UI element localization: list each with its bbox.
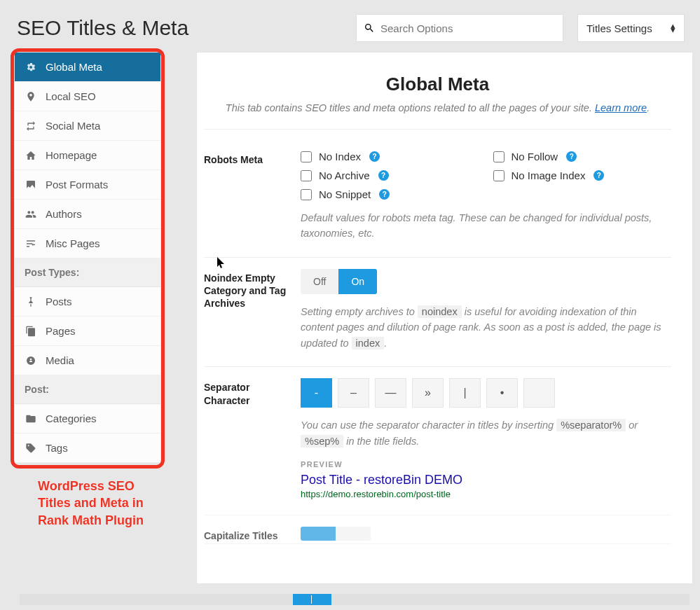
media-icon [25,355,37,366]
sidebar-item-homepage[interactable]: Homepage [15,141,160,170]
checkbox-noimageindex[interactable]: No Image Index ? [493,169,672,181]
pushpin-icon [25,296,37,307]
search-box[interactable] [356,14,563,42]
robots-description: Default values for robots meta tag. Thes… [301,210,671,242]
checkbox-input[interactable] [301,189,312,200]
separator-option[interactable]: - [301,378,332,408]
home-icon [25,150,37,161]
folder-icon [25,413,37,424]
help-icon[interactable]: ? [566,151,577,162]
scrollbar-thumb[interactable] [293,594,331,605]
search-icon [364,22,375,34]
cursor-icon [217,256,226,269]
separator-option[interactable]: • [486,378,518,408]
sidebar-item-posts[interactable]: Posts [15,287,160,317]
sidebar-item-label: Media [46,354,74,366]
sidebar-item-label: Homepage [46,149,97,161]
capitalize-toggle[interactable] [301,527,371,541]
sidebar-item-label: Tags [46,442,68,454]
sidebar-item-label: Social Meta [46,120,100,132]
main-panel: Global Meta This tab contains SEO titles… [196,52,693,584]
separator-options: - – — » | • [301,378,671,408]
checkbox-input[interactable] [493,151,505,162]
preview-url: https://demo.restorebin.com/post-title [301,489,671,499]
search-input[interactable] [380,22,556,34]
checkbox-nosnippet[interactable]: No Snippet ? [301,188,479,200]
checkbox-noarchive[interactable]: No Archive ? [301,169,479,181]
page-title: SEO Titles & Meta [17,16,342,40]
scrollbar-tick [311,595,312,604]
sidebar-item-label: Pages [46,325,76,337]
horizontal-scrollbar[interactable] [20,594,689,605]
capitalize-label: Capitalize Titles [204,527,294,543]
noindex-toggle[interactable]: Off On [301,269,377,294]
pin-icon [25,91,37,102]
sidebar-item-media[interactable]: Media [15,346,160,375]
annotation-caption: WordPress SEO Titles and Meta in Rank Ma… [14,464,177,529]
checkbox-input[interactable] [301,170,312,181]
help-icon[interactable]: ? [379,189,390,200]
help-icon[interactable]: ? [369,151,380,162]
copy-icon [25,326,37,337]
separator-option[interactable] [523,378,555,408]
preview-title: Post Title - restoreBin DEMO [301,473,671,487]
checkbox-noindex[interactable]: No Index ? [301,151,479,162]
help-icon[interactable]: ? [593,170,604,181]
learn-more-link[interactable]: Learn more [595,102,647,113]
separator-option[interactable]: – [338,378,369,408]
noindex-description: Setting empty archives to noindex is use… [301,304,671,351]
sidebar-item-global-meta[interactable]: Global Meta [15,53,160,82]
separator-option[interactable]: » [412,378,444,408]
sidebar-item-pages[interactable]: Pages [15,317,160,346]
sidebar: Global Meta Local SEO Social Meta Homepa… [14,52,161,464]
sidebar-item-social-meta[interactable]: Social Meta [15,111,160,141]
sidebar-item-label: Categories [46,413,97,424]
separator-label: Separator Character [204,378,294,499]
help-icon[interactable]: ? [378,170,389,181]
preview-label: PREVIEW [301,460,671,469]
image-icon [25,179,37,190]
sidebar-item-label: Posts [46,296,72,307]
sidebar-item-tags[interactable]: Tags [15,434,160,463]
sidebar-item-local-seo[interactable]: Local SEO [15,82,160,111]
titles-settings-dropdown[interactable]: Titles Settings ▴▾ [577,14,685,42]
sidebar-item-label: Global Meta [46,61,102,73]
toggle-off[interactable]: Off [301,269,338,294]
sidebar-item-label: Authors [46,208,82,220]
checkbox-input[interactable] [301,151,312,162]
sidebar-item-post-formats[interactable]: Post Formats [15,170,160,200]
users-icon [25,209,37,220]
dropdown-label: Titles Settings [586,22,652,34]
main-subtitle: This tab contains SEO titles and meta op… [204,102,671,113]
updown-icon: ▴▾ [671,24,675,33]
separator-option[interactable]: — [375,378,406,408]
sidebar-item-label: Post Formats [46,179,108,190]
sidebar-item-misc-pages[interactable]: Misc Pages [15,229,160,258]
retweet-icon [25,120,37,132]
separator-option[interactable]: | [449,378,481,408]
gear-icon [25,62,37,73]
checkbox-nofollow[interactable]: No Follow ? [493,151,672,162]
separator-description: You can use the separator character in t… [301,417,671,449]
checkbox-input[interactable] [493,170,505,181]
toggle-off[interactable] [336,527,371,541]
toggle-on[interactable]: On [338,269,377,294]
sidebar-group-post-types: Post Types: [15,258,160,287]
sidebar-item-authors[interactable]: Authors [15,200,160,229]
sidebar-group-post: Post: [15,375,160,404]
robots-meta-label: Robots Meta [204,151,294,242]
main-title: Global Meta [204,74,671,95]
sliders-icon [25,238,37,249]
toggle-on[interactable] [301,527,336,541]
tag-icon [25,443,37,454]
sidebar-item-label: Local SEO [46,90,96,102]
sidebar-item-categories[interactable]: Categories [15,404,160,434]
sidebar-item-label: Misc Pages [46,237,100,249]
noindex-empty-label: Noindex Empty Category and Tag Archives [204,269,294,351]
